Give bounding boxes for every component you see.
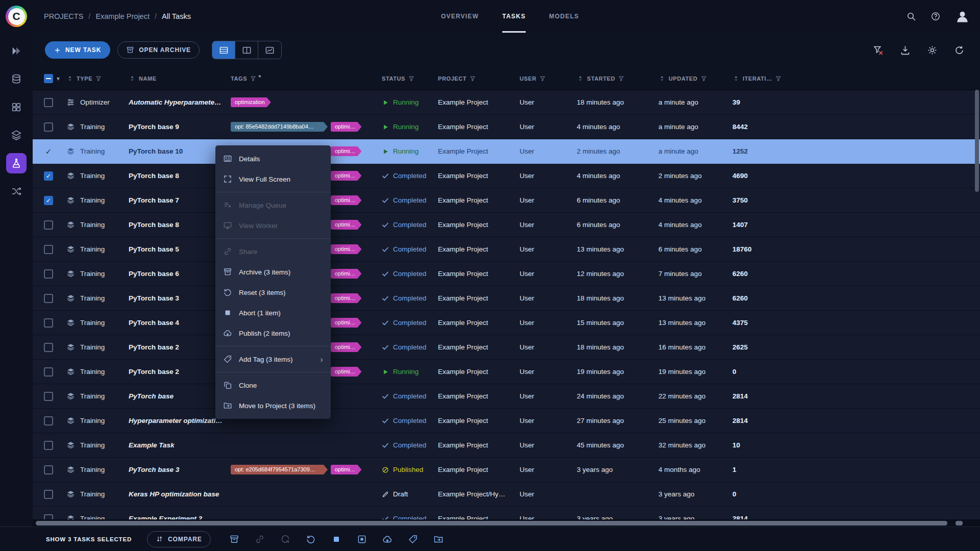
row-checkbox[interactable]	[44, 490, 53, 499]
task-row[interactable]: OptimizerAutomatic Hyperparamete…optimiz…	[33, 90, 980, 115]
column-header-project[interactable]: PROJECT	[433, 76, 514, 82]
abort-action-icon[interactable]	[331, 534, 341, 544]
row-checkbox[interactable]	[44, 147, 53, 156]
task-tag[interactable]: opt: e205d684f7954571a7309…	[231, 465, 328, 474]
task-name[interactable]: PyTorch base 5	[124, 245, 226, 253]
task-row[interactable]: TrainingPyTorch base 5optimi…CompletedEx…	[33, 237, 980, 262]
task-row[interactable]: TrainingPyTorch base 10optimi…RunningExa…	[33, 139, 980, 164]
row-checkbox[interactable]	[44, 171, 53, 181]
task-name[interactable]: PyTorch base 4	[124, 319, 226, 327]
vertical-scrollbar-thumb[interactable]	[975, 90, 979, 192]
task-row[interactable]: TrainingHyperparameter optimizati…Comple…	[33, 409, 980, 433]
horizontal-scrollbar[interactable]	[33, 519, 980, 527]
menu-item-tag[interactable]: Add Tag (3 items)›	[215, 349, 331, 369]
menu-item-move[interactable]: Move to Project (3 items)	[215, 395, 331, 416]
task-name[interactable]: PyTorch base 9	[124, 123, 226, 131]
task-tag[interactable]: optimi…	[331, 318, 361, 328]
task-tag[interactable]: optimi…	[331, 244, 361, 254]
menu-item-details[interactable]: Details	[215, 148, 331, 169]
tab-tasks[interactable]: TASKS	[502, 0, 526, 33]
menu-item-archive[interactable]: Archive (3 items)	[215, 262, 331, 282]
reset-action-icon[interactable]	[306, 534, 316, 544]
row-checkbox[interactable]	[44, 220, 53, 230]
task-tag[interactable]: optimi…	[331, 342, 361, 352]
download-icon[interactable]	[900, 45, 911, 56]
row-checkbox[interactable]	[44, 514, 53, 520]
search-icon[interactable]	[906, 11, 916, 21]
task-name[interactable]: PyTorch base 6	[124, 270, 226, 278]
sidebar-item-getting-started[interactable]	[6, 41, 27, 61]
task-name[interactable]: PyTorch base 2	[124, 343, 226, 351]
horizontal-scrollbar-nub[interactable]	[955, 521, 963, 525]
breadcrumb-project[interactable]: Example Project	[95, 12, 150, 20]
breadcrumb-root[interactable]: PROJECTS	[44, 12, 83, 20]
task-tag[interactable]: optimi…	[331, 171, 361, 181]
task-name[interactable]: PyTorch base 8	[124, 221, 226, 229]
column-header-status[interactable]: STATUS	[377, 76, 433, 82]
column-header-iterations[interactable]: ITERATI…	[727, 75, 794, 82]
column-header-name[interactable]: NAME	[124, 75, 226, 82]
task-name[interactable]: Keras HP optimization base	[124, 490, 226, 498]
menu-item-reset[interactable]: Reset (3 items)	[215, 282, 331, 303]
chart-view-button[interactable]	[258, 41, 281, 59]
task-name[interactable]: Automatic Hyperparamete…	[124, 98, 226, 106]
task-tag[interactable]: optimi…	[331, 293, 361, 303]
compare-button[interactable]: COMPARE	[147, 531, 211, 547]
row-checkbox[interactable]	[44, 196, 53, 205]
task-row[interactable]: TrainingPyTorch base 7optimi…CompletedEx…	[33, 188, 980, 213]
abort-all-action-icon[interactable]	[357, 534, 367, 544]
task-tag[interactable]: optimization	[231, 97, 271, 107]
row-checkbox[interactable]	[44, 269, 53, 279]
task-tag[interactable]: optimi…	[331, 269, 361, 279]
row-checkbox[interactable]	[44, 367, 53, 377]
task-tag[interactable]: optimi…	[331, 367, 361, 377]
task-tag[interactable]: optimi…	[331, 195, 361, 205]
task-row[interactable]: TrainingPyTorch base 9opt: 85e5482ddd714…	[33, 115, 980, 139]
new-task-button[interactable]: NEW TASK	[45, 41, 110, 59]
task-name[interactable]: PyTorch base 2	[124, 368, 226, 375]
column-header-user[interactable]: USER	[514, 76, 572, 82]
row-checkbox[interactable]	[44, 245, 53, 254]
auto-refresh-icon[interactable]	[954, 45, 965, 56]
column-header-started[interactable]: STARTED	[572, 75, 653, 82]
task-name[interactable]: Hyperparameter optimizati…	[124, 417, 226, 424]
sidebar-item-datasets[interactable]	[6, 69, 27, 89]
open-archive-button[interactable]: OPEN ARCHIVE	[117, 41, 200, 59]
task-tag[interactable]: opt: 85e5482ddd7149b8ba04…	[231, 122, 328, 132]
task-row[interactable]: TrainingExample Experiment 2CompletedExa…	[33, 507, 980, 519]
vertical-scrollbar[interactable]	[975, 90, 979, 516]
task-name[interactable]: PyTorch base 3	[124, 466, 226, 473]
table-view-button[interactable]	[212, 41, 235, 59]
tag-action-icon[interactable]	[408, 534, 418, 544]
task-tag[interactable]: optimi…	[331, 465, 361, 474]
task-name[interactable]: Example Experiment 2	[124, 515, 226, 519]
task-name[interactable]: PyTorch base	[124, 392, 226, 400]
selection-dropdown-caret-icon[interactable]: ▾	[57, 75, 60, 82]
user-icon[interactable]	[955, 9, 970, 24]
task-row[interactable]: TrainingPyTorch base 3opt: e205d684f7954…	[33, 458, 980, 482]
task-name[interactable]: PyTorch base 7	[124, 196, 226, 204]
task-name[interactable]: PyTorch base 8	[124, 172, 226, 180]
sidebar-item-workers-queues[interactable]	[6, 181, 27, 202]
task-row[interactable]: TrainingPyTorch base 6optimi…CompletedEx…	[33, 262, 980, 286]
horizontal-scrollbar-thumb[interactable]	[36, 521, 947, 525]
column-header-updated[interactable]: UPDATED	[653, 75, 727, 82]
row-checkbox[interactable]	[44, 294, 53, 303]
menu-item-abort[interactable]: Abort (1 item)	[215, 303, 331, 323]
task-row[interactable]: TrainingPyTorch base 2optimi…RunningExam…	[33, 360, 980, 384]
sidebar-item-experiments[interactable]	[6, 153, 27, 173]
task-row[interactable]: TrainingPyTorch baseCompletedExample Pro…	[33, 384, 980, 409]
column-header-tags[interactable]: TAGS*	[226, 75, 377, 83]
row-checkbox[interactable]	[44, 465, 53, 474]
task-name[interactable]: PyTorch base 10	[124, 147, 226, 155]
task-row[interactable]: TrainingExample TaskCompletedExample Pro…	[33, 433, 980, 458]
row-checkbox[interactable]	[44, 122, 53, 132]
task-row[interactable]: TrainingKeras HP optimization baseDraftE…	[33, 482, 980, 507]
row-checkbox[interactable]	[44, 318, 53, 328]
menu-item-fullscreen[interactable]: View Full Screen	[215, 169, 331, 189]
publish-action-icon[interactable]	[382, 534, 393, 544]
tab-overview[interactable]: OVERVIEW	[441, 0, 479, 33]
row-checkbox[interactable]	[44, 392, 53, 401]
settings-icon[interactable]	[927, 45, 938, 56]
task-tag[interactable]: optimi…	[331, 220, 361, 230]
